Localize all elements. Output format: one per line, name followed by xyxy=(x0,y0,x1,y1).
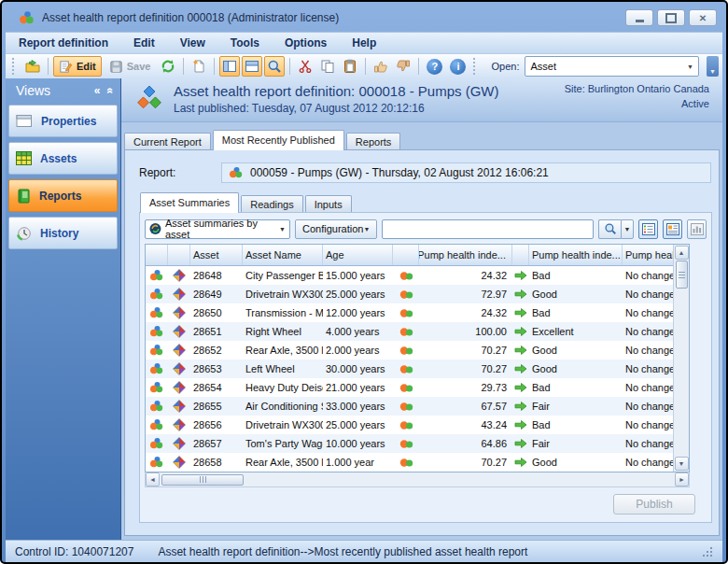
table-row[interactable]: 28650 Transmission - MS60 12.000 years 2… xyxy=(146,303,673,322)
thumbs-down-button[interactable] xyxy=(393,56,413,77)
table-row[interactable]: 28653 Left Wheel 30.000 years 70.27 Good… xyxy=(146,360,673,378)
menu-help[interactable]: Help xyxy=(352,36,376,49)
info-button[interactable]: i xyxy=(447,56,469,77)
table-row[interactable]: 28651 Right Wheel 4.000 years 100.00 Exc… xyxy=(146,322,673,341)
scroll-up-button[interactable]: ▲ xyxy=(675,246,689,260)
sidebar-item-properties[interactable]: Properties xyxy=(8,105,118,137)
refresh-button[interactable] xyxy=(158,56,178,77)
save-button[interactable]: Save xyxy=(104,56,157,77)
health-index-cell: 43.24 xyxy=(419,419,512,430)
edit-button-label: Edit xyxy=(77,61,96,72)
horizontal-scroll-thumb[interactable] xyxy=(161,474,244,486)
status-active: Active xyxy=(565,98,709,109)
health-index-cell: 24.32 xyxy=(419,307,512,318)
chart-view-button[interactable] xyxy=(687,219,707,239)
copy-button[interactable] xyxy=(317,56,338,77)
close-button[interactable]: ✕ xyxy=(689,9,717,26)
sidebar-item-reports[interactable]: Reports xyxy=(8,179,118,212)
list-view-button[interactable] xyxy=(638,219,658,239)
header-icon-col[interactable] xyxy=(168,245,190,265)
header-health-change[interactable]: Pump heal xyxy=(623,245,673,265)
menu-view[interactable]: View xyxy=(180,36,205,49)
split-vertical-button[interactable] xyxy=(219,56,240,77)
menu-tools[interactable]: Tools xyxy=(231,36,259,49)
table-row[interactable]: 28649 Drivetrain WX3000 25.000 years 72.… xyxy=(146,285,673,303)
asset-balls-icon xyxy=(146,418,168,431)
minimize-button[interactable] xyxy=(625,9,653,26)
scroll-left-button[interactable]: ◄ xyxy=(146,472,160,486)
zoom-button[interactable] xyxy=(264,56,285,77)
table-row[interactable]: 28655 Air Conditioning Sys 33.000 years … xyxy=(146,397,673,416)
reports-icon xyxy=(16,189,31,204)
table-row[interactable]: 28658 Rear Axle, 3500 lb s 1.000 year 70… xyxy=(146,453,673,472)
subtab-asset-summaries[interactable]: Asset Summaries xyxy=(140,192,239,213)
age-cell: 10.000 years xyxy=(323,438,393,449)
table-row[interactable]: 28657 Tom's Party Wagon 10.000 years 64.… xyxy=(146,434,673,453)
control-id: Control ID: 1040071207 xyxy=(15,545,133,558)
paste-button[interactable] xyxy=(340,56,360,77)
header-trend-col[interactable] xyxy=(512,245,529,265)
toolbar-overflow-button[interactable]: ▼ xyxy=(707,56,719,77)
header-health-index[interactable]: Pump health inde... xyxy=(419,245,512,265)
table-row[interactable]: 28648 City Passenger Bus 15.000 years 24… xyxy=(146,266,673,285)
publish-button[interactable]: Publish xyxy=(613,494,695,515)
split-horizontal-button[interactable] xyxy=(242,56,262,77)
table-row[interactable]: 28652 Rear Axle, 3500 lb s 2.000 years 7… xyxy=(146,341,673,360)
scroll-down-button[interactable]: ▼ xyxy=(675,457,689,471)
resize-grip[interactable] xyxy=(700,545,713,558)
subtab-readings[interactable]: Readings xyxy=(241,195,302,212)
header-asset[interactable]: Asset xyxy=(190,245,243,265)
cut-button[interactable] xyxy=(295,56,315,77)
open-combobox[interactable]: Asset ▼ xyxy=(525,56,699,77)
asset-cube-icon xyxy=(168,437,190,450)
header-health-rating[interactable]: Pump health inde... xyxy=(529,245,623,265)
health-index-cell: 24.32 xyxy=(419,270,512,281)
search-options-button[interactable]: ▼ xyxy=(621,219,634,239)
help-icon: ? xyxy=(427,59,442,75)
new-report-button[interactable] xyxy=(189,56,209,77)
card-view-button[interactable] xyxy=(663,219,682,239)
asset-id-cell: 28649 xyxy=(190,289,243,300)
health-balls-icon xyxy=(393,307,419,319)
vertical-scrollbar[interactable]: ▲ ▼ xyxy=(673,245,689,472)
change-cell: No change xyxy=(623,419,673,430)
tab-current-report[interactable]: Current Report xyxy=(124,133,211,149)
collapse-up-icon[interactable]: « xyxy=(105,88,118,94)
asset-balls-icon xyxy=(146,437,168,450)
menu-report-definition[interactable]: Report definition xyxy=(19,36,108,49)
scroll-right-button[interactable]: ► xyxy=(675,472,689,486)
table-row[interactable]: 28656 Drivetrain WX3000- 25.000 years 43… xyxy=(146,416,673,434)
subtab-inputs[interactable]: Inputs xyxy=(305,195,352,212)
help-button[interactable]: ? xyxy=(424,56,445,77)
configuration-button[interactable]: Configuration ▼ xyxy=(295,219,377,239)
open-report-button[interactable] xyxy=(22,56,43,77)
thumbs-up-button[interactable] xyxy=(371,56,391,77)
health-rating-cell: Excellent xyxy=(529,326,623,337)
header-icon-col[interactable] xyxy=(393,245,419,265)
tab-reports[interactable]: Reports xyxy=(346,133,401,149)
magnifier-icon xyxy=(267,59,282,74)
asset-id-cell: 28658 xyxy=(190,457,243,468)
header-age[interactable]: Age xyxy=(323,245,393,265)
edit-button[interactable]: Edit xyxy=(53,56,102,77)
content-area: Views « « Properties Assets Reports Hi xyxy=(6,78,722,540)
vertical-scroll-thumb[interactable] xyxy=(676,261,688,289)
menu-edit[interactable]: Edit xyxy=(133,36,155,49)
horizontal-scrollbar[interactable]: ◄ ► xyxy=(145,472,690,487)
header-icon-col[interactable] xyxy=(146,245,168,265)
sidebar-item-assets[interactable]: Assets xyxy=(8,142,118,175)
maximize-button[interactable] xyxy=(657,9,685,26)
menu-options[interactable]: Options xyxy=(285,36,327,49)
collapse-left-icon[interactable]: « xyxy=(94,84,101,97)
search-input[interactable] xyxy=(382,219,594,239)
asset-balls-icon xyxy=(146,288,168,301)
table-row[interactable]: 28654 Heavy Duty Deisel E 21.000 years 2… xyxy=(146,378,673,397)
sidebar-item-history[interactable]: History xyxy=(8,217,118,249)
summary-view-combobox[interactable]: Asset summaries by asset ▼ xyxy=(145,219,290,239)
header-asset-name[interactable]: Asset Name xyxy=(243,245,323,265)
tab-most-recently-published[interactable]: Most Recently Published xyxy=(213,130,344,150)
report-field[interactable]: 000059 - Pumps (GW) - Thursday, 02 Augus… xyxy=(221,162,711,183)
health-index-cell: 72.97 xyxy=(419,289,512,300)
search-button[interactable] xyxy=(598,219,621,239)
asset-cube-icon xyxy=(168,325,190,338)
